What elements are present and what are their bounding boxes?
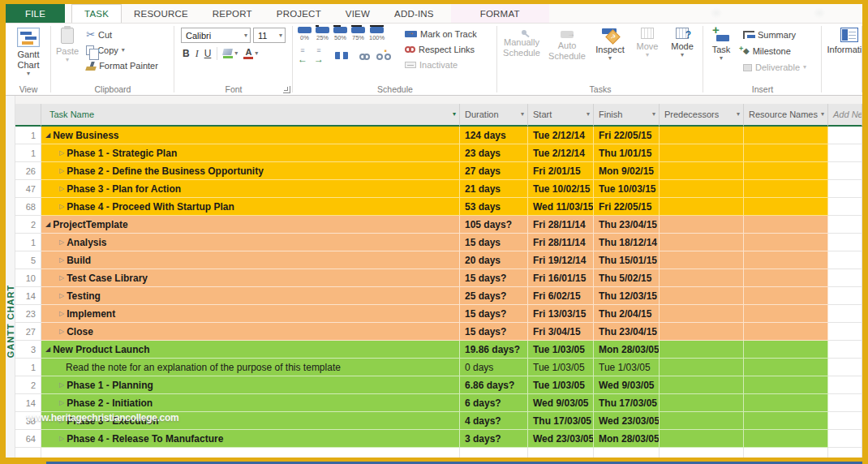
expand-icon[interactable]: ▷ (59, 204, 64, 210)
task-name-cell[interactable]: Read the note for an explanation of the … (41, 359, 460, 376)
predecessors-cell[interactable] (660, 234, 744, 251)
resource-names-cell[interactable] (744, 269, 828, 287)
percent-50-button[interactable]: 50% (333, 27, 347, 41)
filter-arrow-icon[interactable]: ▾ (587, 110, 590, 119)
finish-cell[interactable]: Fri 22/05/15 (594, 198, 660, 216)
task-name-cell[interactable]: ▷Analysis (41, 234, 460, 251)
expand-icon[interactable]: ▷ (59, 168, 64, 174)
outdent-task-button[interactable]: ≡ ← (298, 47, 307, 64)
finish-cell[interactable]: Fri 22/05/15 (594, 127, 660, 144)
row-id-cell[interactable]: 23 (15, 305, 41, 323)
predecessors-cell[interactable] (660, 162, 744, 180)
task-name-cell[interactable]: ◢ProjectTemplate (41, 216, 460, 234)
add-new-column-cell[interactable] (828, 269, 862, 287)
inactivate-button[interactable]: Inactivate (402, 58, 479, 71)
filter-arrow-icon[interactable]: ▾ (521, 110, 524, 119)
task-name-cell[interactable]: ▷Phase 4 - Proceed With Startup Plan (41, 198, 460, 216)
row-id-header[interactable] (15, 104, 41, 127)
start-cell[interactable]: Fri 2/01/15 (528, 162, 594, 180)
start-cell[interactable]: Fri 28/11/14 (528, 216, 594, 234)
predecessors-cell[interactable] (660, 376, 744, 394)
add-new-column-cell[interactable] (828, 359, 862, 376)
insert-summary-button[interactable]: Summary (741, 28, 809, 41)
predecessors-cell[interactable] (660, 144, 744, 162)
duration-cell[interactable]: 25 days? (460, 287, 528, 305)
predecessors-cell[interactable] (660, 341, 744, 359)
tab-resource[interactable]: RESOURCE (122, 4, 200, 23)
duration-cell[interactable]: 27 days (460, 162, 528, 180)
font-family-select[interactable]: Calibri ▾ (181, 28, 251, 43)
insert-deliverable-button[interactable]: Deliverable ▾ (741, 61, 809, 74)
predecessors-cell[interactable] (660, 216, 744, 234)
row-id-cell[interactable]: 26 (15, 162, 41, 180)
finish-cell[interactable] (594, 448, 660, 458)
bold-button[interactable]: B (183, 48, 190, 59)
predecessors-cell[interactable] (660, 180, 744, 198)
font-color-button[interactable]: A ▾ (243, 48, 258, 59)
resource-names-cell[interactable] (744, 376, 828, 394)
information-button[interactable]: Information (823, 26, 862, 83)
row-id-cell[interactable]: 27 (15, 323, 41, 341)
mode-button[interactable]: Mode ▾ (664, 26, 700, 83)
percent-25-button[interactable]: 25% (316, 27, 329, 41)
filter-arrow-icon[interactable]: ▾ (821, 110, 824, 119)
start-header[interactable]: Start ▾ (528, 104, 594, 127)
task-name-cell[interactable]: ▷Phase 3 - Plan for Action (41, 180, 460, 198)
duration-cell[interactable]: 21 days (460, 180, 528, 198)
row-id-cell[interactable]: 2 (15, 216, 41, 234)
start-cell[interactable]: Wed 23/03/05 (528, 430, 594, 448)
task-name-cell[interactable]: ▷Test Case Library (41, 269, 460, 287)
predecessors-cell[interactable] (660, 430, 744, 448)
percent-75-button[interactable]: 75% (351, 27, 365, 41)
resource-names-cell[interactable] (744, 162, 828, 180)
percent-0-button[interactable]: 0% (298, 27, 312, 41)
start-cell[interactable]: Tue 2/12/14 (528, 144, 594, 162)
add-new-column-cell[interactable] (828, 234, 862, 251)
predecessors-cell[interactable] (660, 323, 744, 341)
finish-cell[interactable]: Thu 15/01/15 (594, 251, 660, 269)
resource-names-cell[interactable] (744, 251, 828, 269)
predecessors-cell[interactable] (660, 287, 744, 305)
predecessors-cell[interactable] (660, 412, 744, 430)
resource-names-cell[interactable] (744, 180, 828, 198)
duration-cell[interactable]: 15 days? (460, 269, 528, 287)
tab-format[interactable]: FORMAT (451, 4, 549, 23)
duration-cell[interactable]: 6 days? (460, 394, 528, 412)
task-name-cell[interactable]: ▷Phase 4 - Release To Manufacture (41, 430, 460, 448)
resource-names-cell[interactable] (744, 341, 828, 359)
add-new-column-cell[interactable] (828, 144, 862, 162)
start-cell[interactable]: Fri 13/03/15 (528, 305, 594, 323)
finish-cell[interactable]: Mon 28/03/05 (594, 341, 660, 359)
expand-icon[interactable]: ▷ (59, 436, 64, 442)
duration-header[interactable]: Duration ▾ (460, 104, 528, 127)
row-id-cell[interactable]: 1 (15, 359, 41, 376)
task-name-cell[interactable] (41, 448, 460, 458)
duration-cell[interactable]: 15 days? (460, 305, 528, 323)
add-new-column-cell[interactable] (828, 341, 862, 359)
start-cell[interactable]: Fri 28/11/14 (528, 234, 594, 251)
duration-cell[interactable]: 19.86 days? (460, 341, 528, 359)
finish-cell[interactable]: Thu 12/03/15 (594, 287, 660, 305)
split-task-icon[interactable] (335, 52, 348, 59)
resource-names-cell[interactable] (744, 234, 828, 251)
predecessors-cell[interactable] (660, 251, 744, 269)
resource-names-cell[interactable] (744, 305, 828, 323)
insert-task-button[interactable]: Task ▾ (705, 26, 737, 83)
duration-cell[interactable]: 15 days? (460, 323, 528, 341)
task-name-cell[interactable]: ▷Phase 1 - Planning (41, 376, 460, 394)
finish-cell[interactable]: Thu 1/01/15 (594, 144, 660, 162)
resource-names-cell[interactable] (744, 144, 828, 162)
expand-icon[interactable]: ▷ (59, 275, 64, 281)
duration-cell[interactable]: 20 days (460, 251, 528, 269)
format-painter-button[interactable]: Format Painter (84, 59, 161, 72)
expand-icon[interactable]: ▷ (59, 329, 64, 335)
collapse-icon[interactable]: ◢ (45, 221, 50, 228)
indent-task-button[interactable]: ≡ → (314, 47, 324, 64)
task-name-header[interactable]: Task Name ▾ (41, 104, 460, 127)
finish-cell[interactable]: Tue 1/03/05 (594, 359, 660, 376)
row-id-cell[interactable]: 64 (15, 430, 41, 448)
add-new-column-cell[interactable] (828, 412, 862, 430)
add-new-column-cell[interactable] (828, 394, 862, 412)
manually-schedule-button[interactable]: Manually Schedule (499, 26, 544, 83)
background-color-button[interactable]: ▾ (223, 49, 238, 58)
